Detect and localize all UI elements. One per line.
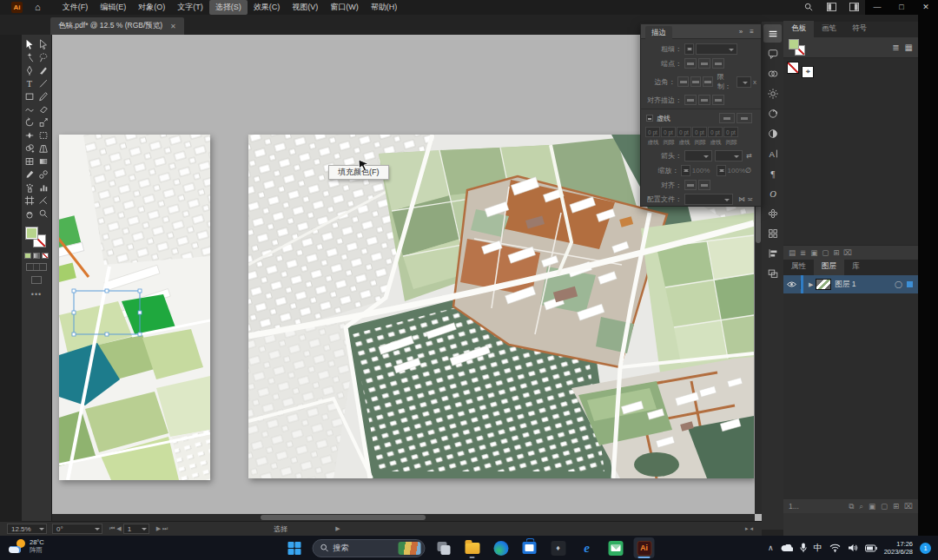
arrow-align-tip-button[interactable] bbox=[684, 180, 697, 190]
tool-rectangle[interactable] bbox=[23, 89, 36, 102]
tool-gradient[interactable] bbox=[36, 155, 50, 168]
tool-paintbrush[interactable] bbox=[36, 63, 50, 76]
tool-perspective-grid[interactable] bbox=[36, 142, 50, 155]
swatch-registration[interactable]: ⌖ bbox=[802, 66, 814, 78]
tool-pencil[interactable] bbox=[36, 89, 50, 102]
tool-type[interactable] bbox=[23, 76, 36, 89]
menu-effect[interactable]: 效果(C) bbox=[248, 0, 287, 15]
dock-appearance-icon[interactable] bbox=[763, 84, 782, 102]
artboard-left[interactable] bbox=[59, 135, 210, 480]
edit-toolbar-button[interactable]: ••• bbox=[22, 290, 51, 299]
weather-widget[interactable]: 28°C 阵雨 bbox=[9, 538, 44, 554]
task-view-button[interactable] bbox=[433, 537, 454, 558]
cap-projecting-button[interactable] bbox=[712, 58, 724, 69]
align-inside-button[interactable] bbox=[698, 95, 710, 105]
layer-selection-indicator[interactable] bbox=[907, 281, 913, 287]
make-mask-icon[interactable]: ▣ bbox=[869, 502, 875, 511]
stroke-panel-tab[interactable]: 描边 bbox=[645, 26, 672, 41]
dock-align-icon[interactable] bbox=[763, 244, 782, 262]
color-button[interactable] bbox=[24, 253, 31, 259]
dash-field[interactable]: 0 pt bbox=[661, 127, 676, 137]
link-scales-icon[interactable]: ∅ bbox=[745, 167, 751, 175]
layer-thumbnail[interactable] bbox=[816, 279, 831, 290]
tab-brushes[interactable]: 画笔 bbox=[814, 21, 844, 37]
weight-stepper[interactable] bbox=[684, 43, 694, 55]
fill-chip[interactable] bbox=[25, 227, 38, 240]
menu-file[interactable]: 文件(F) bbox=[56, 0, 95, 15]
fill-stroke-indicator[interactable] bbox=[25, 227, 48, 250]
join-miter-button[interactable] bbox=[677, 76, 688, 87]
menu-window[interactable]: 窗口(W) bbox=[324, 0, 365, 15]
notification-badge[interactable]: 1 bbox=[920, 543, 931, 554]
layer-row[interactable]: ▶ 图层 1 ◯ bbox=[783, 275, 918, 293]
arrow-align-end-button[interactable] bbox=[698, 180, 710, 190]
dash-field[interactable]: 0 pt bbox=[692, 127, 707, 137]
file-explorer-button[interactable] bbox=[462, 537, 483, 558]
profile-combo[interactable] bbox=[684, 194, 733, 205]
none-button[interactable] bbox=[42, 253, 49, 259]
tool-artboard[interactable] bbox=[23, 194, 36, 207]
arrow-end-combo[interactable] bbox=[715, 150, 743, 161]
layer-name[interactable]: 图层 1 bbox=[835, 280, 855, 290]
artboard-nav-prev-icons[interactable]: ⏮ ◀ bbox=[109, 525, 122, 532]
app-logo-icon[interactable]: Ai bbox=[11, 2, 23, 13]
tool-width[interactable] bbox=[23, 128, 36, 142]
search-icon[interactable] bbox=[797, 3, 820, 13]
tool-rotate[interactable] bbox=[23, 115, 36, 128]
document-tab[interactable]: 色稿.pdf* @ 12.5 % (RGB/预览) ✕ bbox=[50, 17, 184, 35]
tool-line[interactable] bbox=[36, 76, 50, 89]
list-view-icon[interactable]: ≣ bbox=[892, 43, 899, 52]
tool-selection[interactable] bbox=[23, 37, 36, 50]
delete-layer-icon[interactable]: ⌧ bbox=[904, 502, 913, 511]
menu-type[interactable]: 文字(T) bbox=[171, 0, 209, 15]
tool-shape-builder[interactable] bbox=[23, 142, 36, 155]
align-outside-button[interactable] bbox=[712, 95, 724, 105]
dock-color-guide-icon[interactable] bbox=[763, 104, 782, 122]
new-layer-icon[interactable]: ⊞ bbox=[893, 502, 899, 511]
align-center-button[interactable] bbox=[684, 95, 697, 105]
tool-lasso[interactable] bbox=[36, 50, 50, 63]
swatch-fill-chip[interactable] bbox=[789, 39, 799, 49]
menu-help[interactable]: 帮助(H) bbox=[365, 0, 404, 15]
tool-free-transform[interactable] bbox=[36, 128, 50, 142]
dash-align-button[interactable] bbox=[737, 113, 752, 123]
new-swatch-icon[interactable]: ⊞ bbox=[833, 248, 839, 257]
home-icon[interactable]: ⌂ bbox=[35, 3, 41, 12]
new-sublayer-icon[interactable]: ▢ bbox=[881, 502, 888, 511]
profile-flip-icons[interactable]: ⋈ ≍ bbox=[738, 195, 753, 203]
status-split-icons[interactable]: ▸ ◂ bbox=[745, 525, 753, 532]
dock-comments-icon[interactable] bbox=[763, 44, 782, 63]
dock-pattern-icon[interactable] bbox=[763, 224, 782, 242]
tool-column-graph[interactable] bbox=[36, 181, 50, 194]
browser-e-button[interactable]: e bbox=[577, 537, 598, 558]
swatch-options-icon[interactable]: ▣ bbox=[810, 248, 817, 257]
join-bevel-button[interactable] bbox=[703, 76, 713, 87]
limit-field[interactable] bbox=[737, 76, 751, 88]
dash-field[interactable]: 0 pt bbox=[723, 127, 738, 137]
ime-indicator[interactable]: 中 bbox=[814, 542, 822, 554]
hidden-icons-chevron[interactable]: ∧ bbox=[768, 544, 774, 552]
collect-export-icon[interactable]: ⧉ bbox=[849, 502, 854, 511]
delete-swatch-icon[interactable]: ⌧ bbox=[843, 248, 852, 257]
panel-menu-icon[interactable]: ≡ bbox=[750, 28, 756, 36]
rotation-select[interactable]: 0° bbox=[52, 524, 102, 534]
dock-artboards-icon[interactable] bbox=[763, 264, 782, 282]
tab-symbols[interactable]: 符号 bbox=[844, 21, 875, 37]
wifi-icon[interactable] bbox=[829, 544, 841, 552]
microphone-icon[interactable] bbox=[800, 543, 807, 553]
layers-list[interactable]: ▶ 图层 1 ◯ bbox=[783, 275, 918, 499]
dash-preserve-button[interactable] bbox=[719, 113, 735, 123]
new-color-group-icon[interactable]: ▢ bbox=[822, 248, 829, 257]
dash-field[interactable]: 0 pt bbox=[645, 127, 660, 137]
dash-field[interactable]: 0 pt bbox=[677, 127, 691, 137]
menu-view[interactable]: 视图(V) bbox=[286, 0, 324, 15]
dash-field[interactable]: 0 pt bbox=[708, 127, 723, 137]
drawing-mode-buttons[interactable] bbox=[26, 263, 47, 271]
close-button[interactable]: ✕ bbox=[914, 0, 938, 15]
gradient-button[interactable] bbox=[33, 253, 40, 259]
tool-hand[interactable] bbox=[23, 207, 36, 220]
swatches-list[interactable]: ⌖ bbox=[783, 58, 918, 246]
tab-properties[interactable]: 属性 bbox=[783, 259, 814, 275]
collapse-panel-icon[interactable]: » bbox=[739, 28, 745, 36]
zoom-level-select[interactable]: 12.5% bbox=[7, 524, 47, 534]
